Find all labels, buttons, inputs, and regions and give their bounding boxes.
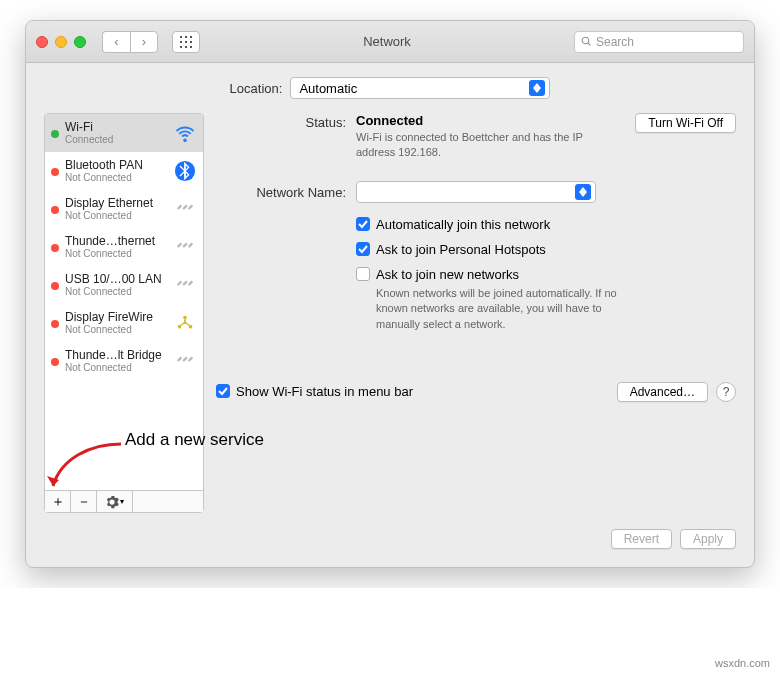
bottom-row: Show Wi-Fi status in menu bar Advanced… … [216, 382, 736, 402]
back-button[interactable]: ‹ [102, 31, 130, 53]
show-all-button[interactable] [172, 31, 200, 53]
show-menubar-label: Show Wi-Fi status in menu bar [236, 384, 413, 399]
window-body: Location: Automatic Wi-Fi Connected Blue… [26, 63, 754, 567]
show-menubar-checkbox[interactable] [216, 384, 230, 398]
minimize-window-button[interactable] [55, 36, 67, 48]
advanced-button[interactable]: Advanced… [617, 382, 708, 402]
wifi-options: Automatically join this network Ask to j… [356, 217, 736, 332]
status-dot-icon [51, 130, 59, 138]
service-name: USB 10/…00 LAN [65, 272, 167, 286]
turn-wifi-off-button[interactable]: Turn Wi-Fi Off [635, 113, 736, 133]
network-prefs-window: ‹ › Network Search Location: Automatic [25, 20, 755, 568]
ask-hotspot-checkbox[interactable] [356, 242, 370, 256]
sidebar-item-wi-fi[interactable]: Wi-Fi Connected [45, 114, 203, 152]
auto-join-label: Automatically join this network [376, 217, 550, 232]
titlebar: ‹ › Network Search [26, 21, 754, 63]
svg-rect-7 [185, 46, 187, 48]
chevron-updown-icon [529, 80, 545, 96]
firewire-icon [173, 311, 197, 335]
service-sidebar: Wi-Fi Connected Bluetooth PAN Not Connec… [44, 113, 204, 513]
search-input[interactable]: Search [574, 31, 744, 53]
search-icon [581, 36, 592, 47]
service-status: Connected [65, 134, 167, 145]
svg-rect-8 [190, 46, 192, 48]
revert-button[interactable]: Revert [611, 529, 672, 549]
status-label: Status: [216, 113, 346, 161]
sidebar-item-thunde-lt-bridge[interactable]: Thunde…lt Bridge Not Connected [45, 342, 203, 380]
main-content: Wi-Fi Connected Bluetooth PAN Not Connec… [44, 113, 736, 513]
sidebar-item-display-ethernet[interactable]: Display Ethernet Not Connected [45, 190, 203, 228]
window-controls [36, 36, 86, 48]
status-dot-icon [51, 320, 59, 328]
chevron-down-icon: ▾ [120, 497, 124, 506]
svg-rect-6 [180, 46, 182, 48]
chain-icon [173, 349, 197, 373]
location-popup[interactable]: Automatic [290, 77, 550, 99]
chain-icon [173, 197, 197, 221]
detail-panel: Turn Wi-Fi Off Status: Connected Wi-Fi i… [216, 113, 736, 513]
apply-button[interactable]: Apply [680, 529, 736, 549]
sidebar-item-display-firewire[interactable]: Display FireWire Not Connected [45, 304, 203, 342]
auto-join-checkbox[interactable] [356, 217, 370, 231]
service-name: Wi-Fi [65, 120, 167, 134]
status-dot-icon [51, 168, 59, 176]
service-status: Not Connected [65, 172, 167, 183]
annotation-arrow [41, 438, 131, 498]
service-name: Display FireWire [65, 310, 167, 324]
location-value: Automatic [299, 81, 357, 96]
svg-rect-4 [185, 41, 187, 43]
svg-rect-1 [185, 36, 187, 38]
service-status: Not Connected [65, 210, 167, 221]
service-name: Display Ethernet [65, 196, 167, 210]
network-name-label: Network Name: [216, 183, 346, 200]
svg-rect-2 [190, 36, 192, 38]
sidebar-item-bluetooth-pan[interactable]: Bluetooth PAN Not Connected [45, 152, 203, 190]
bluetooth-icon [173, 159, 197, 183]
status-dot-icon [51, 282, 59, 290]
ask-hotspot-label: Ask to join Personal Hotspots [376, 242, 546, 257]
service-name: Thunde…thernet [65, 234, 167, 248]
status-dot-icon [51, 358, 59, 366]
ask-new-checkbox[interactable] [356, 267, 370, 281]
service-status: Not Connected [65, 286, 167, 297]
svg-rect-5 [190, 41, 192, 43]
location-label: Location: [230, 81, 283, 96]
status-dot-icon [51, 206, 59, 214]
location-row: Location: Automatic [44, 77, 736, 99]
nav-buttons: ‹ › [102, 31, 158, 53]
svg-point-12 [189, 324, 193, 328]
status-dot-icon [51, 244, 59, 252]
sidebar-item-usb-10-00-lan[interactable]: USB 10/…00 LAN Not Connected [45, 266, 203, 304]
help-button[interactable]: ? [716, 382, 736, 402]
status-subtext: Wi-Fi is connected to Boettcher and has … [356, 130, 616, 161]
ask-new-help: Known networks will be joined automatica… [376, 286, 636, 332]
service-status: Not Connected [65, 362, 167, 373]
svg-rect-3 [180, 41, 182, 43]
service-status: Not Connected [65, 324, 167, 335]
network-name-popup[interactable] [356, 181, 596, 203]
svg-rect-0 [180, 36, 182, 38]
svg-point-10 [183, 315, 187, 319]
chain-icon [173, 273, 197, 297]
service-name: Thunde…lt Bridge [65, 348, 167, 362]
chevron-updown-icon [575, 184, 591, 200]
service-status: Not Connected [65, 248, 167, 259]
service-name: Bluetooth PAN [65, 158, 167, 172]
ask-new-label: Ask to join new networks [376, 267, 519, 282]
chain-icon [173, 235, 197, 259]
svg-point-11 [178, 324, 182, 328]
forward-button[interactable]: › [130, 31, 158, 53]
wifi-icon [173, 121, 197, 145]
close-window-button[interactable] [36, 36, 48, 48]
sidebar-item-thunde-thernet[interactable]: Thunde…thernet Not Connected [45, 228, 203, 266]
search-placeholder: Search [596, 35, 634, 49]
window-title: Network [208, 34, 566, 49]
action-buttons: Revert Apply [44, 529, 736, 549]
zoom-window-button[interactable] [74, 36, 86, 48]
